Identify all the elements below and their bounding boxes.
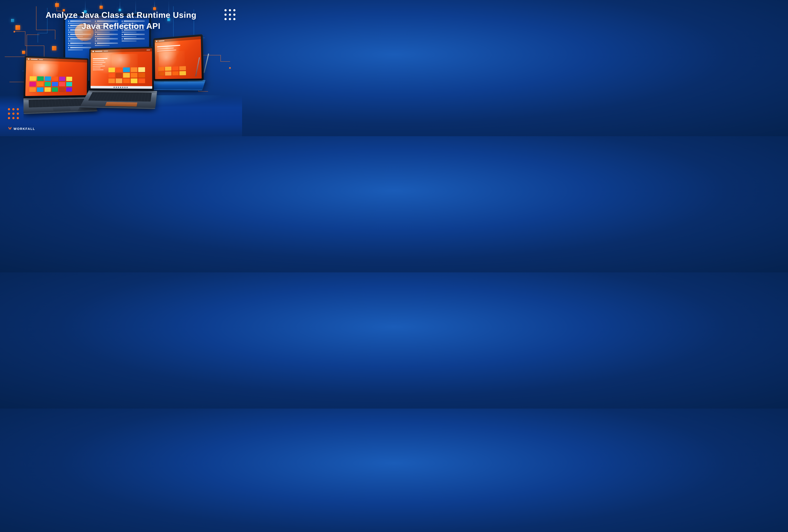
laptop-center — [89, 46, 157, 120]
title-line-1: Analyze Java Class at Runtime Using — [0, 9, 242, 20]
page-title: Analyze Java Class at Runtime Using Java… — [0, 9, 242, 32]
laptop-left — [23, 56, 92, 125]
title-line-2: Java Reflection API — [0, 20, 242, 32]
workfall-icon — [8, 126, 12, 131]
brand-logo: WORKFALL — [8, 126, 35, 131]
tablet-right — [153, 34, 206, 103]
brand-name: WORKFALL — [14, 127, 35, 131]
